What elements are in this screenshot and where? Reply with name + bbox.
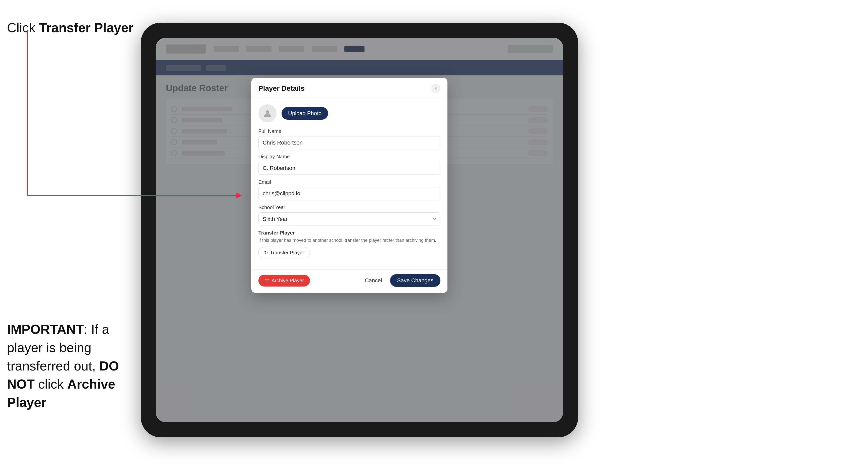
transfer-section-label: Transfer Player	[258, 230, 440, 236]
display-name-input[interactable]	[258, 162, 440, 175]
transfer-player-bold: Transfer Player	[39, 20, 133, 35]
email-group: Email	[258, 179, 440, 200]
display-name-group: Display Name	[258, 154, 440, 175]
top-instruction: Click Transfer Player	[7, 20, 133, 35]
full-name-label: Full Name	[258, 128, 440, 134]
transfer-description: If this player has moved to another scho…	[258, 237, 440, 244]
modal-footer: 🗃 Archive Player Cancel Save Changes	[251, 270, 447, 293]
school-year-group: School Year First Year Second Year Third…	[258, 205, 440, 225]
school-year-select[interactable]: First Year Second Year Third Year Fourth…	[258, 212, 440, 225]
player-details-modal: Player Details × Upload Photo	[251, 78, 447, 293]
avatar	[258, 104, 277, 122]
do-not-text: click	[35, 377, 67, 391]
important-label: IMPORTANT	[7, 322, 84, 337]
full-name-group: Full Name	[258, 128, 440, 149]
archive-btn-label: Archive Player	[272, 278, 304, 283]
full-name-input[interactable]	[258, 136, 440, 149]
modal-close-button[interactable]: ×	[431, 84, 440, 93]
modal-body: Upload Photo Full Name Display Name Emai…	[251, 98, 447, 270]
display-name-label: Display Name	[258, 154, 440, 160]
modal-title: Player Details	[258, 85, 305, 93]
email-input[interactable]	[258, 187, 440, 200]
save-changes-button[interactable]: Save Changes	[390, 274, 440, 287]
archive-icon: 🗃	[265, 278, 270, 283]
school-year-label: School Year	[258, 205, 440, 210]
person-icon	[263, 109, 272, 118]
cancel-button[interactable]: Cancel	[361, 275, 386, 286]
transfer-icon: ↻	[264, 250, 268, 256]
click-prefix: Click	[7, 20, 39, 35]
transfer-btn-label: Transfer Player	[270, 250, 304, 256]
transfer-player-button[interactable]: ↻ Transfer Player	[258, 247, 310, 258]
modal-header: Player Details ×	[251, 78, 447, 98]
avatar-row: Upload Photo	[258, 104, 440, 122]
bottom-instruction: IMPORTANT: If a player is being transfer…	[7, 320, 148, 412]
archive-player-button[interactable]: 🗃 Archive Player	[258, 275, 310, 286]
upload-photo-button[interactable]: Upload Photo	[282, 107, 328, 120]
svg-point-3	[266, 110, 269, 114]
email-label: Email	[258, 179, 440, 185]
tablet-device: Update Roster	[141, 23, 578, 437]
tablet-screen: Update Roster	[156, 38, 563, 422]
transfer-section: Transfer Player If this player has moved…	[258, 230, 440, 258]
